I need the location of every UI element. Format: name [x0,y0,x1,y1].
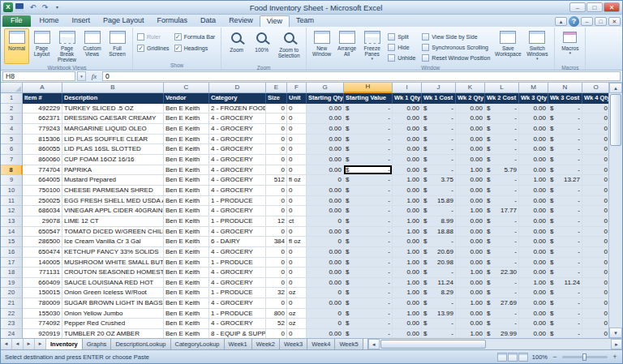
cell-G23[interactable]: 0 [307,319,344,329]
cell-G8[interactable]: 0.00 [307,165,344,176]
cell-H15[interactable]: $- [344,237,393,247]
ribbon-tab-view[interactable]: View [260,15,290,27]
cell-E5[interactable]: 0 [266,135,287,145]
cell-F3[interactable]: 0 [287,113,307,124]
cell-K1[interactable]: Wk 2 Qty [456,93,485,104]
cell-C4[interactable]: Ben E Keith [164,124,209,135]
cell-J7[interactable]: $- [422,155,456,165]
cell-H6[interactable]: $- [344,144,393,155]
previous-sheet-icon[interactable]: ◄ [12,339,24,349]
cell-J22[interactable]: $13.99 [422,309,456,319]
cell-F8[interactable]: 0 [287,165,307,176]
custom-views-button[interactable]: Custom Views [79,28,105,64]
cell-I12[interactable]: 0.00 [393,206,422,216]
normal-view-button[interactable]: Normal [4,28,29,64]
redo-button[interactable]: ↷ [40,2,50,12]
next-sheet-icon[interactable]: ► [24,339,35,349]
cell-D20[interactable]: 1 - PRODUCE [209,288,266,298]
cell-D10[interactable]: 4 - GROCERY [209,186,266,196]
cell-B1[interactable]: Description [62,93,164,104]
cell-M20[interactable]: 0.00 [519,288,548,298]
cell-N11[interactable]: $- [548,196,582,207]
cell-E17[interactable]: 0 [266,258,287,268]
cell-N22[interactable]: $- [548,309,582,319]
cell-L6[interactable]: $- [485,144,519,155]
cell-K11[interactable]: 0.00 [456,196,485,207]
cell-L2[interactable]: $- [485,104,519,114]
cell-F18[interactable]: 0 [287,268,307,278]
cell-I8[interactable]: 0.00 [393,165,422,176]
sheet-tab-week4[interactable]: Week4 [307,339,335,349]
cell-L21[interactable]: $27.69 [485,298,519,309]
cell-A16[interactable]: 650474 [23,247,62,258]
cell-C7[interactable]: Ben E Keith [164,155,209,165]
cell-A14[interactable]: 650547 [23,227,62,238]
cell-O8[interactable]: 0 [582,165,608,176]
cell-I23[interactable]: 0.00 [393,319,422,329]
cell-M19[interactable]: 1.00 [519,278,548,289]
cell-O11[interactable]: 0 [582,196,608,207]
cell-H16[interactable]: $- [344,247,393,258]
cell-H3[interactable]: $- [344,113,393,124]
cell-O12[interactable]: 0 [582,206,608,216]
cell-L10[interactable]: $- [485,186,519,196]
cell-D11[interactable]: 1 - PRODUCE [209,196,266,207]
cell-G19[interactable]: 0.00 [307,278,344,289]
cell-K14[interactable]: 0.00 [456,227,485,238]
vertical-scroll-track[interactable] [609,147,622,328]
cell-O17[interactable]: 0 [582,258,608,268]
cell-F15[interactable]: fl oz [287,237,307,247]
cell-E6[interactable]: 0 [266,144,287,155]
cell-J20[interactable]: $8.29 [422,288,456,298]
cell-M3[interactable]: 0.00 [519,113,548,124]
cell-H13[interactable]: $- [344,216,393,227]
cell-I14[interactable]: 1.00 [393,227,422,238]
cell-F9[interactable]: fl oz [287,175,307,186]
cell-N10[interactable]: $- [548,186,582,196]
cell-C21[interactable]: Ben E Keith [164,298,209,309]
scroll-right-icon[interactable]: ► [611,339,622,349]
scroll-left-icon[interactable]: ◄ [368,339,380,349]
cell-N1[interactable]: Wk 3 Cost [548,93,582,104]
cell-L23[interactable]: $- [485,319,519,329]
cell-C9[interactable]: Ben E Keith [164,175,209,186]
select-all-button[interactable] [1,83,23,93]
row-header-21[interactable]: 21 [1,298,23,309]
column-header-C[interactable]: C [164,83,209,93]
ribbon-tab-team[interactable]: Team [290,15,320,27]
split-button[interactable]: Split [386,32,417,41]
cell-I16[interactable]: 1.00 [393,247,422,258]
cell-F10[interactable]: 0 [287,186,307,196]
cell-I1[interactable]: Wk 1 Qty [393,93,422,104]
cell-F7[interactable]: 0 [287,155,307,165]
page-break-preview-button[interactable]: Page Break Preview [54,28,79,64]
cell-M21[interactable]: 0.00 [519,298,548,309]
cell-F16[interactable]: 0 [287,247,307,258]
cell-F11[interactable]: 0 [287,196,307,207]
cell-O2[interactable]: 0 [582,104,608,114]
cell-M8[interactable]: 0.00 [519,165,548,176]
ruler-checkbox[interactable]: Ruler [137,33,170,41]
cell-J6[interactable]: $- [422,144,456,155]
cell-O24[interactable]: 0 [582,329,608,338]
cell-E2[interactable]: 0 [266,104,287,114]
save-button[interactable] [15,3,26,11]
cell-H10[interactable]: $- [344,186,393,196]
cell-O21[interactable]: 0 [582,298,608,309]
cell-M11[interactable]: 0.00 [519,196,548,207]
cell-E8[interactable]: 0 [266,165,287,176]
cell-D7[interactable]: 4 - GROCERY [209,155,266,165]
cell-C11[interactable]: Ben E Keith [164,196,209,207]
cell-C16[interactable]: Ben E Keith [164,247,209,258]
cell-C10[interactable]: Ben E Keith [164,186,209,196]
cell-L24[interactable]: $29.99 [485,329,519,338]
cell-A12[interactable]: 686034 [23,206,62,216]
vertical-scrollbar[interactable]: ▲ ▼ [608,83,622,338]
cell-K2[interactable]: 0.00 [456,104,485,114]
cell-J15[interactable]: $- [422,237,456,247]
cell-E15[interactable]: 384 [266,237,287,247]
sheet-tab-graphs[interactable]: Graphs [83,339,112,349]
cell-K23[interactable]: 0.00 [456,319,485,329]
cell-N14[interactable]: $- [548,227,582,238]
cell-J21[interactable]: $- [422,298,456,309]
